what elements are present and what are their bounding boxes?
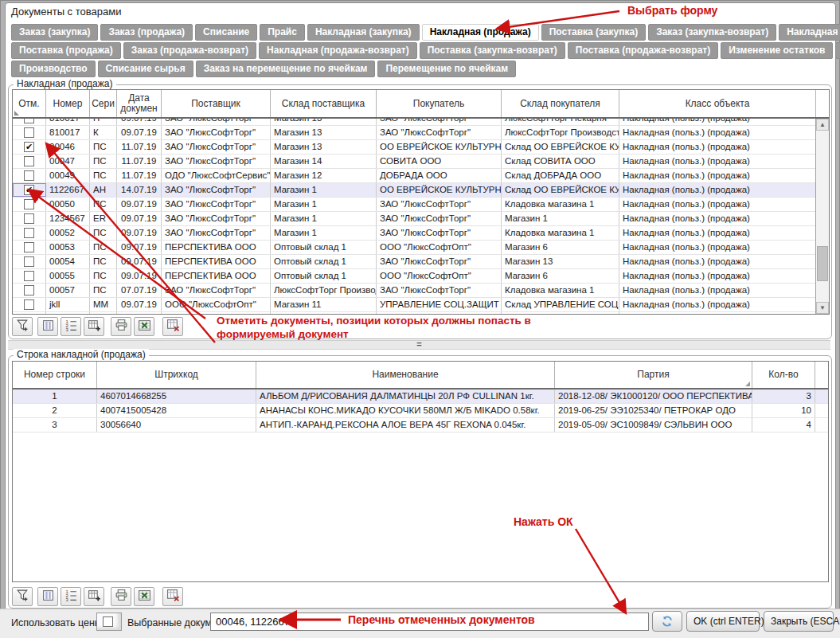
export-excel-button[interactable] (134, 317, 154, 336)
tab-2-0[interactable]: Производство (11, 61, 96, 77)
table-clear-button[interactable] (162, 587, 183, 606)
row-checkbox[interactable] (24, 256, 34, 267)
line-row[interactable]: 24007415005428АНАНАСЫ КОНС.МИКАДО КУСОЧК… (13, 404, 828, 418)
row-checkbox[interactable] (24, 199, 34, 209)
table-row[interactable]: 1234567ER09.07.19ЗАО "ЛюксСофтТорг"Магаз… (13, 212, 829, 226)
doc-col-header-8[interactable]: Класс объекта (619, 90, 816, 117)
table-row[interactable]: 00053ПС09.07.19ПЕРСПЕКТИВА ООООптовый ск… (13, 241, 829, 255)
row-checkbox[interactable] (24, 119, 34, 123)
ok-button[interactable]: OK (ctrl ENTER) (686, 611, 760, 632)
tab-0-2[interactable]: Списание (195, 24, 257, 41)
line-col-header-1[interactable]: Штрихкод (97, 362, 256, 388)
filter-add-button[interactable] (12, 317, 33, 336)
tab-0-8[interactable]: Накладная (закупка-возврат) (779, 24, 840, 41)
row-checkbox[interactable] (24, 170, 34, 181)
table-row[interactable]: 810017П09.07.19ЗАО "ЛюксСофтТорг"Магазин… (13, 119, 829, 126)
documents-grid-scrollbar[interactable]: ▲ ▼ (815, 119, 829, 314)
refresh-button[interactable] (652, 611, 682, 632)
tab-0-7[interactable]: Заказ (закупка-возврат) (648, 24, 776, 41)
table-row[interactable]: 810017К09.07.19ЗАО "ЛюксСофтТорг"Магазин… (13, 126, 829, 140)
table-row[interactable]: 00046ПС11.07.19ЗАО "ЛюксСофтТорг"Магазин… (13, 140, 829, 155)
scroll-up-icon[interactable]: ▲ (816, 119, 829, 131)
table-row[interactable]: 00050ПС09.07.19ЗАО "ЛюксСофтТорг"Магазин… (13, 198, 829, 212)
tab-2-2[interactable]: Заказ на перемещение по ячейкам (196, 61, 376, 77)
table-add-icon (88, 319, 101, 335)
table-row[interactable]: 00057ПС07.07.19ЗАО "ЛюксСофтТорг"ЛюксСоф… (13, 284, 829, 298)
cell-series: ММ (90, 298, 117, 311)
table-clear-button[interactable] (162, 317, 183, 336)
table-row[interactable]: 00049ПС11.07.19ОДО "ЛюксСофтСервис"Магаз… (13, 169, 829, 183)
filter-add-button[interactable] (12, 587, 33, 606)
table-row[interactable]: 00054ПС09.07.19ПЕРСПЕКТИВА ООООптовый ск… (13, 255, 829, 269)
cell-batch: 2019-05-09/ ЭС1009849/ СЭЛЬВИН ООО (555, 418, 752, 432)
tab-0-0[interactable]: Заказ (закупка) (11, 24, 98, 41)
cell-object-class: Накладная (польз.) (продажа) (619, 298, 816, 311)
column-settings-icon (41, 319, 55, 335)
column-settings-button[interactable] (37, 317, 58, 336)
table-row[interactable]: 00055ПС09.07.19ПЕРСПЕКТИВА ООООптовый ск… (13, 269, 829, 284)
close-button[interactable]: Закрыть (ESCAPE) (764, 611, 834, 632)
row-checkbox[interactable] (24, 142, 34, 152)
column-settings-button[interactable] (37, 587, 58, 606)
doc-col-header-6[interactable]: Покупатель (377, 90, 502, 117)
line-col-header-3[interactable]: Партия (555, 362, 752, 388)
table-row[interactable]: 00047ПС11.07.19ЗАО "ЛюксСофтТорг"Магазин… (13, 155, 829, 169)
row-checkbox[interactable] (24, 156, 34, 166)
row-numbering-button[interactable]: 123 (61, 317, 81, 336)
doc-col-header-4[interactable]: Поставщик (162, 90, 271, 117)
tab-2-3[interactable]: Перемещение по ячейкам (377, 61, 516, 77)
scroll-down-icon[interactable]: ▼ (816, 302, 829, 314)
cell-date: 09.07.19 (117, 269, 162, 283)
tab-1-3[interactable]: Поставка (закупка-возврат) (420, 42, 565, 59)
doc-col-header-0[interactable]: Отм. (13, 90, 46, 117)
print-button[interactable] (111, 317, 131, 336)
table-add-button[interactable] (84, 317, 104, 336)
scrollbar-thumb[interactable] (817, 246, 828, 281)
table-row[interactable]: jkllММ09.07.19ООО "ЛюксСофтОпт"Магазин 1… (13, 298, 829, 312)
cell-supplier-warehouse: Оптовый склад 1 (271, 255, 377, 268)
screen: Документы с товарами Заказ (закупка)Зака… (0, 0, 840, 638)
tab-0-5[interactable]: Накладная (продажа) (422, 24, 539, 41)
tab-1-6[interactable]: Акт переоценки (835, 42, 840, 59)
line-col-header-2[interactable]: Наименование (256, 362, 555, 388)
doc-col-header-3[interactable]: Дата докумен (117, 90, 162, 117)
doc-col-header-2[interactable]: Сери (90, 90, 117, 117)
tab-1-0[interactable]: Поставка (продажа) (11, 42, 121, 59)
row-checkbox[interactable] (24, 127, 34, 138)
row-checkbox[interactable] (24, 242, 34, 252)
cell-number: 810017 (46, 119, 90, 125)
row-checkbox[interactable] (24, 185, 34, 195)
tab-0-1[interactable]: Заказ (продажа) (100, 24, 193, 41)
row-checkbox[interactable] (24, 314, 34, 315)
tab-0-3[interactable]: Прайс (260, 24, 305, 41)
row-checkbox[interactable] (24, 271, 34, 281)
tab-1-1[interactable]: Заказ (продажа-возврат) (123, 42, 256, 59)
row-checkbox[interactable] (24, 228, 34, 238)
table-row[interactable]: 1122667АН14.07.19ЗАО "ЛюксСофтТорг"Магаз… (13, 183, 829, 198)
line-row[interactable]: 330056640АНТИП.-КАРАНД.РЕКСОНА АЛОЕ ВЕРА… (13, 418, 828, 433)
row-checkbox[interactable] (24, 213, 34, 224)
tab-1-4[interactable]: Поставка (продажа-возврат) (568, 42, 718, 59)
line-row[interactable]: 14607014668255АЛЬБОМ Д/РИСОВАНИЯ ДАЛМАТИ… (13, 389, 828, 404)
doc-col-header-5[interactable]: Склад поставщика (271, 90, 377, 117)
line-col-header-0[interactable]: Номер строки (13, 362, 97, 388)
row-numbering-button[interactable]: 123 (61, 587, 81, 606)
cell-supplier-warehouse: Магазин 1 (271, 226, 377, 240)
use-prices-checkbox[interactable] (103, 616, 113, 627)
tab-0-6[interactable]: Поставка (закупка) (541, 24, 647, 41)
tab-2-1[interactable]: Списание сырья (98, 61, 193, 77)
row-checkbox[interactable] (24, 299, 34, 310)
annotation-press-ok: Нажать ОК (514, 515, 573, 528)
export-excel-button[interactable] (134, 587, 154, 606)
tab-1-5[interactable]: Изменение остатков (721, 42, 833, 59)
table-row[interactable]: 00052ПС09.07.19ЗАО "ЛюксСофтТорг"Магазин… (13, 226, 829, 241)
line-col-header-4[interactable]: Кол-во (752, 362, 815, 388)
doc-col-header-7[interactable]: Склад покупателя (502, 90, 619, 117)
tab-1-2[interactable]: Накладная (продажа-возврат) (259, 42, 417, 59)
tab-0-4[interactable]: Накладная (закупка) (307, 24, 420, 41)
checkbox-cell (13, 312, 46, 315)
doc-col-header-1[interactable]: Номер (46, 90, 90, 117)
row-checkbox[interactable] (24, 285, 34, 296)
print-button[interactable] (111, 587, 131, 606)
table-add-button[interactable] (84, 587, 104, 606)
